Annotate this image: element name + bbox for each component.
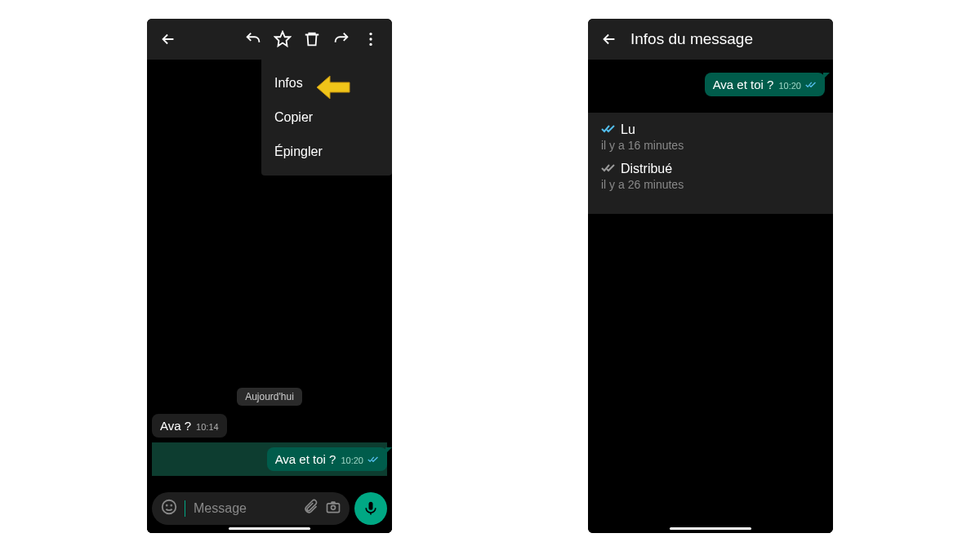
menu-item-copier[interactable]: Copier	[261, 100, 392, 135]
svg-rect-7	[327, 503, 340, 512]
outgoing-bubble: Ava et toi ? 10:20	[267, 447, 387, 471]
outgoing-text: Ava et toi ?	[275, 452, 336, 466]
home-indicator	[229, 527, 310, 530]
reply-icon[interactable]	[238, 24, 268, 54]
menu-item-epingler[interactable]: Épingler	[261, 135, 392, 169]
outgoing-time: 10:20	[341, 455, 379, 465]
input-placeholder: Message	[194, 501, 296, 516]
svg-point-3	[369, 42, 372, 45]
emoji-icon[interactable]	[160, 498, 178, 519]
delete-icon[interactable]	[297, 24, 327, 54]
svg-marker-0	[275, 31, 290, 45]
incoming-message-row[interactable]: Ava ? 10:14	[152, 414, 387, 438]
incoming-text: Ava ?	[160, 419, 191, 433]
info-msg-time: 10:20	[778, 81, 817, 91]
date-label: Aujourd'hui	[237, 388, 302, 406]
info-bubble: Ava et toi ? 10:20	[705, 73, 825, 96]
info-message-area: Ava et toi ? 10:20	[588, 60, 833, 113]
forward-icon[interactable]	[327, 24, 356, 54]
chat-topbar	[147, 19, 392, 60]
incoming-time: 10:14	[196, 422, 219, 432]
double-check-icon	[805, 81, 817, 91]
svg-point-1	[369, 32, 372, 34]
read-label: Lu	[601, 122, 820, 137]
delivered-label: Distribué	[601, 162, 820, 176]
delivered-status-row: Distribué il y a 26 minutes	[601, 162, 820, 191]
svg-point-5	[167, 504, 167, 505]
phone-chat: Infos Copier Épingler Aujourd'hui Ava ? …	[147, 19, 392, 533]
chat-body: Infos Copier Épingler Aujourd'hui Ava ? …	[147, 60, 392, 533]
info-body: Ava et toi ? 10:20 Lu il y a 16 minutes	[588, 60, 833, 533]
status-card: Lu il y a 16 minutes Distribué il y a 26…	[588, 113, 833, 214]
phone-info: Infos du message Ava et toi ? 10:20	[588, 19, 833, 533]
text-cursor	[185, 500, 185, 517]
double-check-icon	[368, 455, 379, 465]
read-status-row: Lu il y a 16 minutes	[601, 122, 820, 152]
message-input[interactable]: Message	[152, 492, 350, 525]
svg-point-2	[369, 38, 372, 40]
back-button[interactable]	[154, 24, 183, 54]
back-button[interactable]	[595, 24, 624, 54]
home-indicator	[670, 527, 751, 530]
attach-icon[interactable]	[302, 499, 318, 518]
page-title: Infos du message	[630, 30, 753, 48]
delivered-check-icon	[601, 162, 616, 176]
delivered-time: il y a 26 minutes	[601, 178, 820, 191]
input-bar: Message	[147, 487, 392, 533]
star-icon[interactable]	[268, 24, 297, 54]
svg-point-8	[332, 505, 336, 509]
mic-button[interactable]	[354, 492, 387, 525]
incoming-bubble: Ava ? 10:14	[152, 414, 227, 438]
svg-point-6	[171, 504, 172, 505]
svg-point-4	[163, 500, 176, 513]
camera-icon[interactable]	[325, 499, 341, 518]
info-topbar: Infos du message	[588, 19, 833, 60]
more-icon[interactable]	[356, 24, 385, 54]
info-msg-text: Ava et toi ?	[713, 78, 774, 91]
pointer-arrow-icon	[317, 74, 351, 104]
outgoing-message-row[interactable]: Ava et toi ? 10:20	[152, 442, 387, 476]
read-check-icon	[601, 122, 616, 137]
read-time: il y a 16 minutes	[601, 139, 820, 152]
